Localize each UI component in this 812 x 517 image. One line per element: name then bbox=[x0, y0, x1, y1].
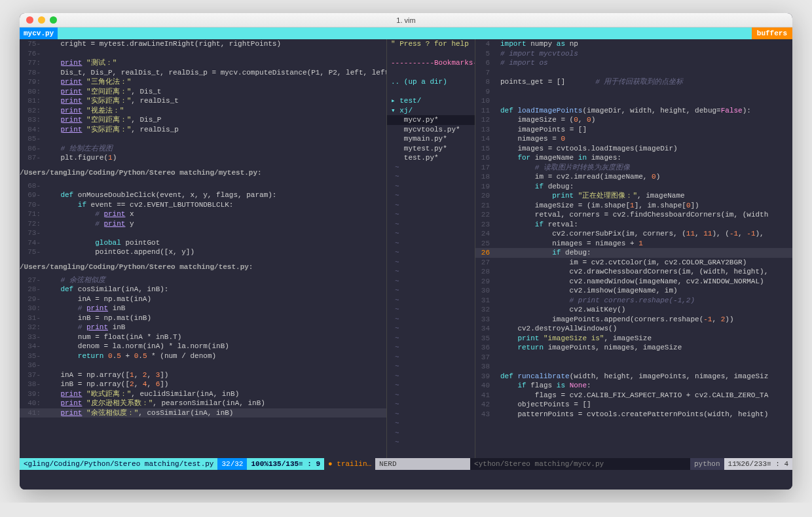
code-line[interactable]: 26 if debug: bbox=[475, 248, 792, 258]
code-line[interactable]: 41 flags = cv2.CALIB_FIX_ASPECT_RATIO + … bbox=[475, 391, 792, 401]
code-line[interactable]: 80: print "空间距离：", Dis_t bbox=[20, 87, 386, 97]
code-line[interactable]: 34- denom = la.norm(inA) * la.norm(inB) bbox=[20, 342, 386, 351]
code-line[interactable]: 72: # print y bbox=[20, 219, 386, 229]
tree-file[interactable]: mytest.py* bbox=[387, 144, 475, 154]
tree-file[interactable]: mymain.py* bbox=[387, 134, 475, 144]
empty-line: ~ bbox=[387, 296, 475, 306]
code-line[interactable]: 75- pointGot.append([x, y]) bbox=[20, 247, 386, 257]
code-line[interactable]: 38 bbox=[475, 362, 792, 372]
code-line[interactable]: 40: print "皮尔逊相关系数：", pearsonSimilar(inA… bbox=[20, 399, 386, 408]
code-line[interactable]: 82: print "视差法：" bbox=[20, 106, 386, 116]
code-line[interactable]: 32: # print inB bbox=[20, 323, 386, 332]
code-line[interactable]: 15 images = cvtools.loadImages(imageDir) bbox=[475, 144, 792, 154]
tree-item[interactable] bbox=[387, 49, 475, 59]
code-line[interactable]: 24 cv2.cornerSubPix(im, corners, (11, 11… bbox=[475, 229, 792, 239]
code-line[interactable]: 19 if debug: bbox=[475, 182, 792, 192]
code-line[interactable]: 31 # print corners.reshape(-1,2) bbox=[475, 296, 792, 306]
code-line[interactable]: 32 cv2.waitKey() bbox=[475, 305, 792, 315]
code-line[interactable]: 68- bbox=[20, 181, 386, 191]
code-line[interactable]: 87- plt.figure(1) bbox=[20, 153, 386, 163]
code-line[interactable]: 39def runcalibrate(width, height, imageP… bbox=[475, 372, 792, 382]
code-line[interactable]: 84: print "实际距离：", realDis_p bbox=[20, 125, 386, 135]
code-line[interactable]: 10 bbox=[475, 96, 792, 106]
code-line[interactable]: 40 if flags is None: bbox=[475, 381, 792, 391]
code-line[interactable]: 22 retval, corners = cv2.findChessboardC… bbox=[475, 210, 792, 220]
code-line[interactable]: 33 imagePoints.append(corners.reshape(-1… bbox=[475, 315, 792, 325]
code-line[interactable]: 31- inB = np.mat(inB) bbox=[20, 313, 386, 323]
tab-active[interactable]: mycv.py bbox=[20, 27, 58, 39]
zoom-icon[interactable] bbox=[50, 16, 57, 24]
tree-file[interactable]: mycvtools.py* bbox=[387, 125, 475, 135]
code-line[interactable]: 29 cv2.namedWindow(imageName, cv2.WINDOW… bbox=[475, 277, 792, 287]
code-line[interactable]: 83: print "空间距离：", Dis_P bbox=[20, 115, 386, 125]
tab-buffers[interactable]: buffers bbox=[752, 27, 792, 39]
code-line[interactable]: 14 nimages = 0 bbox=[475, 134, 792, 144]
close-icon[interactable] bbox=[26, 16, 33, 24]
code-line[interactable]: 69- def onMouseDoubleClick(event, x, y, … bbox=[20, 190, 386, 200]
code-line[interactable]: 13 imagePoints = [] bbox=[475, 125, 792, 135]
code-line[interactable]: 23 if retval: bbox=[475, 220, 792, 230]
code-line[interactable]: 12 imageSize = (0, 0) bbox=[475, 115, 792, 125]
code-line[interactable]: 42 objectPoints = [] bbox=[475, 400, 792, 410]
code-line[interactable]: 35- return 0.5 + 0.5 * (num / denom) bbox=[20, 351, 386, 361]
code-line[interactable]: 76- bbox=[20, 49, 386, 59]
vim-window: 1. vim mycv.py buffers 75- cright = myte… bbox=[20, 13, 792, 490]
code-line[interactable]: 33- num = float(inA * inB.T) bbox=[20, 332, 386, 342]
right-pane[interactable]: 4import numpy as np5# import mycvtools6#… bbox=[475, 39, 792, 458]
code-line[interactable]: 6# import os bbox=[475, 58, 792, 68]
root-dir[interactable] bbox=[387, 87, 475, 97]
up-dir[interactable]: .. (up a dir) bbox=[387, 77, 475, 87]
code-line[interactable]: 27- # 余弦相似度 bbox=[20, 276, 386, 285]
code-line[interactable]: 37- inA = np.array([1, 2, 3]) bbox=[20, 370, 386, 380]
code-line[interactable]: 78- Dis_t, Dis_P, realDis_t, realDis_p =… bbox=[20, 68, 386, 78]
tree-dir[interactable]: ▸ test/ bbox=[387, 96, 475, 106]
code-line[interactable]: 71: # print x bbox=[20, 209, 386, 219]
code-line[interactable]: 27 im = cv2.cvtColor(im, cv2.COLOR_GRAY2… bbox=[475, 258, 792, 268]
code-line[interactable]: 77: print "测试：" bbox=[20, 58, 386, 68]
code-line[interactable]: 73- bbox=[20, 228, 386, 238]
minimize-icon[interactable] bbox=[38, 16, 45, 24]
code-line[interactable]: 28- def cosSimilar(inA, inB): bbox=[20, 285, 386, 294]
code-line[interactable]: 85- bbox=[20, 134, 386, 144]
tree-dir[interactable]: ▾ xj/ bbox=[387, 106, 475, 116]
code-line[interactable]: 79: print "三角化法：" bbox=[20, 77, 386, 87]
code-line[interactable]: 9 bbox=[475, 87, 792, 97]
code-line[interactable]: 28 cv2.drawChessboardCorners(im, (width,… bbox=[475, 267, 792, 277]
code-line[interactable]: 86- # 绘制左右视图 bbox=[20, 144, 386, 154]
code-line[interactable]: 36- bbox=[20, 361, 386, 370]
code-line[interactable]: 38- inB = np.array([2, 4, 6]) bbox=[20, 380, 386, 389]
code-line[interactable]: 29- inA = np.mat(inA) bbox=[20, 294, 386, 304]
tree-file[interactable]: mycv.py* bbox=[387, 115, 475, 125]
code-line[interactable]: 39: print "欧式距离：", euclidSimilar(inA, in… bbox=[20, 389, 386, 399]
code-line[interactable]: 20 print "正在处理图像：", imageName bbox=[475, 191, 792, 201]
code-line[interactable]: 70- if event == cv2.EVENT_LBUTTONDBLCLK: bbox=[20, 200, 386, 210]
tree-file[interactable]: test.py* bbox=[387, 153, 475, 163]
code-line[interactable]: 81: print "实际距离：", realDis_t bbox=[20, 96, 386, 106]
code-line[interactable]: 75- cright = mytest.drawLineInRight(righ… bbox=[20, 39, 386, 49]
code-line[interactable]: 11def loadImagePoints(imageDir, width, h… bbox=[475, 106, 792, 116]
tree-item[interactable] bbox=[387, 68, 475, 78]
code-line[interactable]: 7 bbox=[475, 68, 792, 78]
code-line[interactable]: 36 return imagePoints, nimages, imageSiz… bbox=[475, 343, 792, 353]
code-line[interactable]: 4import numpy as np bbox=[475, 39, 792, 49]
code-line[interactable]: 21 imageSize = (im.shape[1], im.shape[0]… bbox=[475, 201, 792, 211]
code-line[interactable]: 16 for imageName in images: bbox=[475, 153, 792, 163]
bookmarks-header[interactable]: ----------Bookmarks- bbox=[387, 58, 475, 68]
code-line[interactable]: 41: print "余弦相似度：", cosSimilar(inA, inB) bbox=[20, 408, 386, 418]
left-pane[interactable]: 75- cright = mytest.drawLineInRight(righ… bbox=[20, 39, 386, 458]
code-line[interactable]: 74- global pointGot bbox=[20, 238, 386, 248]
code-line[interactable]: 30: # print inB bbox=[20, 304, 386, 313]
code-line[interactable]: 5# import mycvtools bbox=[475, 49, 792, 59]
code-line[interactable]: 8points_get = [] # 用于传回获取到的点坐标 bbox=[475, 77, 792, 87]
code-line[interactable]: 43 patternPoints = cvtools.createPattern… bbox=[475, 410, 792, 419]
nerdtree-pane[interactable]: " Press ? for help ----------Bookmarks- … bbox=[386, 39, 475, 458]
code-line[interactable]: 25 nimages = nimages + 1 bbox=[475, 239, 792, 249]
code-line[interactable]: 34 cv2.destroyAllWindows() bbox=[475, 324, 792, 334]
help-line[interactable]: " Press ? for help bbox=[387, 39, 475, 49]
code-line[interactable]: 35 print "imageSize is", imageSize bbox=[475, 334, 792, 344]
code-line[interactable]: 37 bbox=[475, 353, 792, 363]
code-line[interactable]: 17 # 读取图片时转换为灰度图像 bbox=[475, 163, 792, 173]
code-line[interactable]: 30 cv2.imshow(imageName, im) bbox=[475, 286, 792, 296]
empty-line: ~ bbox=[387, 210, 475, 220]
code-line[interactable]: 18 im = cv2.imread(imageName, 0) bbox=[475, 172, 792, 182]
